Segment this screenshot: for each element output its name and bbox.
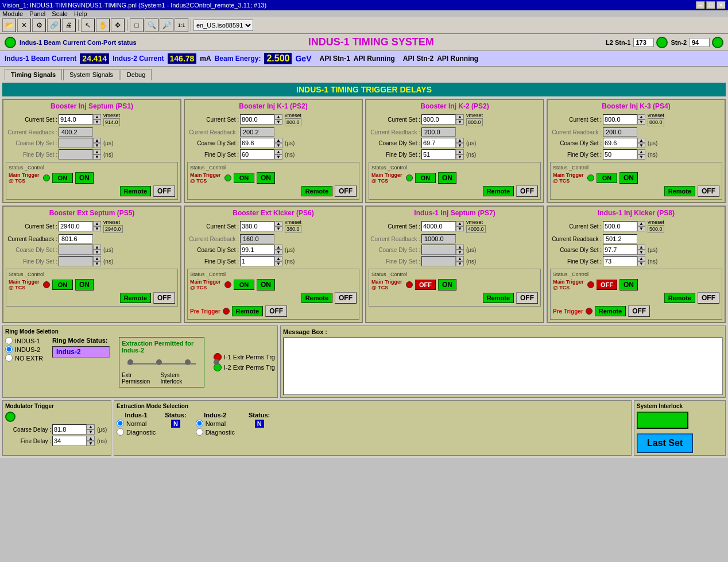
ps2-fine-up[interactable]: ▲ [274,149,282,154]
ps2-current-set-up[interactable]: ▲ [274,114,282,119]
coarse-delay-down[interactable]: ▼ [87,429,95,435]
toolbar-move[interactable]: ✥ [111,18,125,32]
ps1-on-btn[interactable]: ON [52,173,73,183]
ps7-coarse-input[interactable] [421,245,456,255]
ps4-current-set-down[interactable]: ▼ [637,119,645,125]
tab-timing-signals[interactable]: Timing Signals [5,69,62,80]
ps2-fine-input[interactable] [240,149,274,160]
ps2-on-btn[interactable]: ON [234,173,254,183]
ps4-coarse-input[interactable] [603,138,637,148]
ps2-current-set-input[interactable] [240,114,274,125]
ps7-off-status-btn[interactable]: OFF [415,280,436,290]
ps5-fine-down[interactable]: ▼ [93,261,101,266]
ps1-coarse-up[interactable]: ▲ [93,138,101,143]
ps4-coarse-down[interactable]: ▼ [637,143,645,148]
ps6-current-set-down[interactable]: ▼ [274,226,282,231]
ps5-current-set-down[interactable]: ▼ [93,226,101,231]
fine-delay-up[interactable]: ▲ [87,436,95,441]
ps7-coarse-up[interactable]: ▲ [456,245,464,250]
ps2-coarse-down[interactable]: ▼ [274,143,282,148]
ps8-coarse-down[interactable]: ▼ [637,250,645,255]
ps1-coarse-down[interactable]: ▼ [93,143,101,148]
ps8-off-btn[interactable]: OFF [698,292,719,304]
ps7-coarse-down[interactable]: ▼ [456,250,464,255]
toolbar-box[interactable]: □ [130,18,144,32]
ps6-current-set-input[interactable] [240,221,274,231]
toolbar-open[interactable]: 📂 [2,18,16,32]
ps6-coarse-up[interactable]: ▲ [274,245,282,250]
last-set-button[interactable]: Last Set [637,433,693,453]
ps7-fine-input[interactable] [421,256,456,266]
toolbar-cursor[interactable]: ↖ [81,18,95,32]
ps4-fine-down[interactable]: ▼ [637,154,645,160]
ps7-fine-up[interactable]: ▲ [456,256,464,261]
toolbar-hand[interactable]: ✋ [96,18,110,32]
ps2-coarse-up[interactable]: ▲ [274,138,282,143]
ps3-fine-down[interactable]: ▼ [456,154,464,160]
ps1-current-set-down[interactable]: ▼ [93,119,101,125]
ps1-off-btn[interactable]: OFF [153,185,175,197]
ps8-fine-up[interactable]: ▲ [637,256,645,261]
ps5-coarse-down[interactable]: ▼ [93,250,101,255]
ps5-current-set-up[interactable]: ▲ [93,221,101,226]
fine-delay-down[interactable]: ▼ [87,441,95,446]
ps8-fine-input[interactable] [603,256,637,266]
ps1-fine-up[interactable]: ▲ [93,149,101,154]
ps6-on-btn[interactable]: ON [234,280,254,290]
extraction-indus1-diagnostic[interactable]: Diagnostic [117,428,156,436]
ring-option-indus1[interactable]: INDUS-1 [5,337,43,344]
fine-delay-input[interactable] [52,436,87,446]
ps7-off-btn[interactable]: OFF [516,292,538,304]
ps2-current-set-down[interactable]: ▼ [274,119,282,125]
toolbar-zoom-in[interactable]: 🔍 [145,18,158,32]
ps8-remote-btn[interactable]: Remote [664,293,695,303]
tab-system-signals[interactable]: System Signals [63,69,119,80]
extraction-indus2-normal[interactable]: Normal [196,420,235,427]
ps6-current-set-up[interactable]: ▲ [274,221,282,226]
ps2-coarse-input[interactable] [240,138,274,148]
ps4-off-btn[interactable]: OFF [698,185,719,197]
menu-panel[interactable]: Panel [27,10,48,18]
ps2-fine-down[interactable]: ▼ [274,154,282,160]
ps3-on-btn[interactable]: ON [415,173,436,183]
system-interlock-green-btn[interactable] [637,412,688,429]
ps3-coarse-input[interactable] [421,138,456,148]
ps1-fine-down[interactable]: ▼ [93,154,101,160]
ring-option-indus2[interactable]: INDUS-2 [5,346,43,353]
coarse-delay-up[interactable]: ▲ [87,424,95,429]
ps4-current-set-up[interactable]: ▲ [637,114,645,119]
ps6-pre-remote-btn[interactable]: Remote [232,306,263,316]
ps3-current-set-down[interactable]: ▼ [456,119,464,125]
ps3-current-set-input[interactable] [421,114,456,125]
ps1-on-label[interactable]: ON [75,172,94,184]
extraction-indus1-normal[interactable]: Normal [117,420,156,427]
toolbar-zoom-out[interactable]: 🔎 [160,18,173,32]
maximize-button[interactable]: □ [706,1,715,9]
ps7-current-set-input[interactable] [421,221,456,231]
ps3-on-label[interactable]: ON [438,172,456,184]
ps6-on-label[interactable]: ON [257,279,275,290]
ps6-fine-input[interactable] [240,256,274,266]
ps1-fine-input[interactable] [59,149,93,160]
ps4-current-set-input[interactable] [603,114,637,125]
ps5-coarse-up[interactable]: ▲ [93,245,101,250]
ps7-on-label[interactable]: ON [438,279,456,290]
toolbar-print[interactable]: 🖨 [62,18,76,32]
close-button[interactable]: ✕ [717,1,726,9]
ps5-coarse-input[interactable] [59,245,93,255]
ps5-fine-input[interactable] [59,256,93,266]
ps8-pre-remote-btn[interactable]: Remote [595,306,626,316]
ps8-coarse-input[interactable] [603,245,637,255]
ps4-remote-btn[interactable]: Remote [664,186,695,196]
ps7-current-set-up[interactable]: ▲ [456,221,464,226]
ps1-current-set-input[interactable] [59,114,93,125]
ps7-fine-down[interactable]: ▼ [456,261,464,266]
ps1-current-set-up[interactable]: ▲ [93,114,101,119]
ps5-current-set-input[interactable] [59,221,93,231]
ps5-off-btn[interactable]: OFF [153,292,175,304]
ps5-remote-btn[interactable]: Remote [120,293,151,303]
ps8-coarse-up[interactable]: ▲ [637,245,645,250]
ps5-on-label[interactable]: ON [75,279,94,290]
language-select[interactable]: en_US.iso88591 [193,20,253,31]
ps5-fine-up[interactable]: ▲ [93,256,101,261]
